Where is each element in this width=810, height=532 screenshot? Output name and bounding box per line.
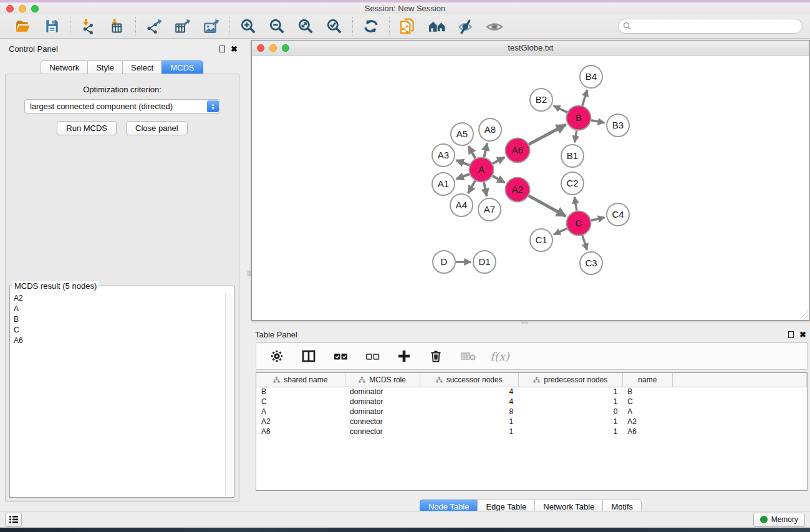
graph-edge-A-A5[interactable] <box>469 146 476 158</box>
add-column-icon[interactable] <box>395 347 413 365</box>
graph-edge-A-A1[interactable] <box>456 174 470 179</box>
column-header-predecessor-nodes[interactable]: predecessor nodes <box>518 373 622 387</box>
result-scrollbar[interactable] <box>225 293 233 496</box>
graph-edge-B-B3[interactable] <box>591 120 604 123</box>
open-session-icon[interactable] <box>14 17 32 35</box>
network-window-titlebar[interactable]: testGlobe.txt <box>252 41 809 56</box>
mcds-result-item[interactable]: A <box>11 303 224 314</box>
graph-node-C1[interactable]: C1 <box>530 229 552 251</box>
close-table-panel-icon[interactable]: ✖ <box>799 331 806 338</box>
select-all-icon[interactable] <box>331 347 350 365</box>
tab-mcds[interactable]: MCDS <box>162 60 203 75</box>
graph-node-C2[interactable]: C2 <box>561 172 584 195</box>
table-row[interactable]: A2connector11A2 <box>256 417 807 427</box>
task-history-button[interactable] <box>5 513 22 527</box>
export-network-icon[interactable] <box>145 17 163 35</box>
table-cell[interactable]: A <box>622 407 672 417</box>
close-panel-icon[interactable]: ✖ <box>231 46 238 52</box>
graph-node-C3[interactable]: C3 <box>580 252 602 274</box>
column-header-successor-nodes[interactable]: successor nodes <box>420 373 518 387</box>
table-cell[interactable]: A2 <box>256 417 345 427</box>
graph-node-C4[interactable]: C4 <box>607 203 629 226</box>
table-cell[interactable]: dominator <box>345 397 420 407</box>
graph-edge-A-A3[interactable] <box>456 160 470 165</box>
table-cell[interactable]: 1 <box>420 417 518 427</box>
table-cell[interactable]: 4 <box>420 387 518 397</box>
export-image-icon[interactable] <box>202 17 221 35</box>
graph-node-B2[interactable]: B2 <box>530 89 552 111</box>
table-cell[interactable]: dominator <box>345 387 420 397</box>
document-network-icon[interactable] <box>398 17 417 35</box>
graph-edge-A-A8[interactable] <box>484 143 487 157</box>
float-table-panel-icon[interactable] <box>788 331 794 338</box>
graph-edge-A2-C[interactable] <box>529 196 566 216</box>
table-cell[interactable]: A2 <box>622 417 672 427</box>
graph-edge-B-B1[interactable] <box>575 130 577 142</box>
table-cell[interactable]: A <box>256 407 345 417</box>
network-canvas[interactable]: B4B2BB3A8A5A6A3B1AA1C2A2A4A7C4CC1C3DD1 <box>253 56 809 319</box>
close-panel-button[interactable]: Close panel <box>126 121 188 135</box>
tab-select[interactable]: Select <box>122 60 162 75</box>
graph-edge-A-A7[interactable] <box>484 182 487 196</box>
export-table-icon[interactable] <box>173 17 192 35</box>
graph-edge-C-C1[interactable] <box>554 228 567 235</box>
graph-edge-A-A6[interactable] <box>493 157 504 163</box>
table-cell[interactable]: B <box>622 387 672 397</box>
float-panel-icon[interactable] <box>219 46 225 52</box>
table-cell[interactable]: 1 <box>518 427 622 437</box>
table-cell[interactable]: 8 <box>420 407 518 417</box>
graph-edge-B-B4[interactable] <box>582 90 587 105</box>
import-table-icon[interactable] <box>108 17 127 35</box>
import-network-icon[interactable] <box>79 17 98 35</box>
table-cell[interactable]: A6 <box>622 427 672 437</box>
deselect-all-icon[interactable] <box>363 347 382 365</box>
mcds-result-item[interactable]: C <box>11 324 224 335</box>
memory-button[interactable]: Memory <box>753 513 805 527</box>
graph-node-B4[interactable]: B4 <box>580 65 602 88</box>
graph-node-D[interactable]: D <box>433 251 455 273</box>
refresh-layout-icon[interactable] <box>362 17 380 35</box>
graph-node-A5[interactable]: A5 <box>451 123 473 145</box>
graph-node-C[interactable]: C <box>567 211 591 236</box>
graph-node-A[interactable]: A <box>470 158 494 182</box>
column-header-name[interactable]: name <box>622 373 672 387</box>
zoom-out-icon[interactable] <box>268 17 286 35</box>
graph-node-B1[interactable]: B1 <box>561 145 584 167</box>
search-input[interactable] <box>618 19 803 34</box>
delete-column-icon[interactable] <box>427 347 445 365</box>
table-cell[interactable]: C <box>256 397 345 407</box>
graph-node-A1[interactable]: A1 <box>432 173 455 195</box>
graph-node-D1[interactable]: D1 <box>473 251 496 273</box>
graph-node-A6[interactable]: A6 <box>506 138 530 163</box>
graph-node-B3[interactable]: B3 <box>607 114 629 137</box>
table-cell[interactable]: B <box>256 387 345 397</box>
graph-node-A3[interactable]: A3 <box>432 144 455 167</box>
graph-edge-A6-B[interactable] <box>529 125 566 144</box>
graph-edge-C-C4[interactable] <box>591 218 605 221</box>
graph-node-A2[interactable]: A2 <box>506 178 530 202</box>
table-cell[interactable]: connector <box>345 417 420 427</box>
graph-edge-A-A2[interactable] <box>493 176 504 183</box>
graph-edge-B-B2[interactable] <box>554 106 567 113</box>
eye-icon[interactable] <box>485 17 503 35</box>
criterion-dropdown[interactable]: largest connected component (directed) ▲… <box>24 99 220 114</box>
settings-gear-icon[interactable] <box>268 347 286 365</box>
graph-node-A7[interactable]: A7 <box>478 198 501 221</box>
column-header-MCDS-role[interactable]: MCDS role <box>345 373 420 387</box>
table-row[interactable]: A6connector11A6 <box>256 427 807 437</box>
table-row[interactable]: Bdominator41B <box>256 387 807 397</box>
mcds-result-item[interactable]: A2 <box>11 293 224 303</box>
graph-node-B[interactable]: B <box>567 106 591 130</box>
zoom-in-icon[interactable] <box>239 17 258 35</box>
table-cell[interactable]: 1 <box>518 397 622 407</box>
table-cell[interactable]: dominator <box>345 407 420 417</box>
mcds-result-item[interactable]: A6 <box>11 335 224 346</box>
column-header-shared-name[interactable]: shared name <box>256 373 345 387</box>
table-cell[interactable]: 1 <box>518 387 622 397</box>
run-mcds-button[interactable]: Run MCDS <box>57 121 117 135</box>
graph-node-A4[interactable]: A4 <box>450 194 473 216</box>
save-session-icon[interactable] <box>42 17 61 35</box>
table-cell[interactable]: C <box>622 397 672 407</box>
houses-icon[interactable] <box>427 17 446 35</box>
tab-network[interactable]: Network <box>41 60 87 75</box>
